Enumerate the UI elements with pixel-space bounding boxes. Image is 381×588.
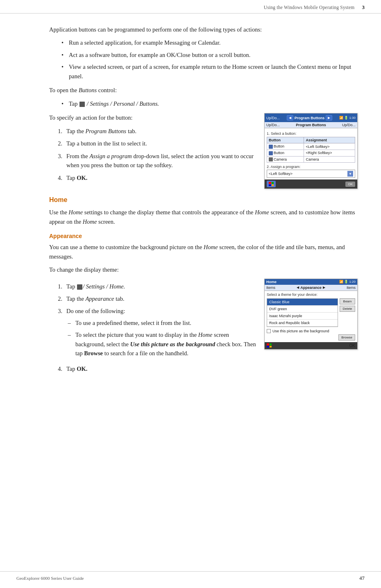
- home-screen: Home 📶 🔋 1:20 Items ◀ Appearance ▶ Items: [264, 279, 358, 350]
- intro-paragraph: Application buttons can be programmed to…: [49, 25, 358, 34]
- device-footer: OK: [265, 179, 357, 188]
- table-row: Camera Camera: [267, 156, 355, 163]
- home-tab-appearance: ◀ Appearance ▶: [297, 286, 325, 290]
- open-buttons-list: Tap / Settings / Personal / Buttons.: [61, 99, 358, 108]
- browse-button[interactable]: Browse: [338, 334, 355, 341]
- specify-action-text: To specify an action for the button: 1. …: [49, 113, 256, 187]
- header-chapter-num: 3: [362, 4, 365, 11]
- tab-arrow-right-icon[interactable]: ▶: [323, 286, 325, 289]
- buttons-device-screenshot: Up/Do... ◀ Program Buttons ▶ 📶 🔋 1:30 Up…: [264, 113, 358, 189]
- appearance-steps-list: 1. Tap / Settings / Home. 2. Tap the App…: [53, 282, 256, 374]
- list-item: 4. Tap OK.: [53, 364, 256, 373]
- list-item: – To select the picture that you want to…: [66, 330, 256, 358]
- table-header-assignment: Assignment: [304, 137, 355, 143]
- table-row: Button <Right Softkey>: [267, 150, 355, 156]
- camera-icon: [269, 157, 273, 161]
- home-checkbox-row: Use this picture as the background: [267, 329, 355, 333]
- device-body: 1. Select a button: Button Assignment Bu…: [265, 128, 357, 179]
- home-body: Select a theme for your device: Classic …: [265, 291, 357, 342]
- home-theme-list: Classic Blue DVF green Isaac Mizrahi pur…: [267, 298, 355, 327]
- list-item: 1. Tap / Settings / Home.: [53, 282, 256, 291]
- tab-left[interactable]: Up/Do...: [266, 123, 280, 127]
- background-checkbox[interactable]: [267, 329, 271, 333]
- home-footer: OK: [265, 342, 357, 349]
- beam-button[interactable]: Beam: [340, 298, 355, 304]
- page-header: Using the Windows Mobile Operating Syste…: [0, 0, 381, 14]
- home-status: 📶 🔋 1:20: [339, 280, 356, 284]
- specify-action-para: To specify an action for the button:: [49, 113, 256, 122]
- theme-item-classic-blue[interactable]: Classic Blue: [267, 299, 338, 306]
- page-footer: GeoExplorer 6000 Series User Guide 47: [0, 571, 381, 581]
- table-row: Button <Left Softkey>: [267, 143, 355, 150]
- arrow-right[interactable]: ▶: [326, 115, 332, 120]
- home-theme-label: Select a theme for your device:: [267, 293, 355, 297]
- windows-flag-icon: [269, 182, 274, 186]
- list-item: 1. Tap the Program Buttons tab.: [53, 127, 256, 136]
- table-header-button: Button: [267, 137, 304, 143]
- open-buttons-para: To open the Buttons control:: [49, 86, 358, 95]
- tab-center: Program Buttons: [296, 123, 326, 127]
- list-item: Act as a software button, for example an…: [61, 50, 358, 59]
- appearance-steps-section: 1. Tap / Settings / Home. 2. Tap the App…: [49, 279, 358, 379]
- arrow-left[interactable]: ◀: [287, 115, 293, 120]
- home-section-heading: Home: [49, 196, 358, 204]
- device-dropdown[interactable]: <Left Softkey> ▼: [267, 170, 355, 178]
- home-tab-items-right[interactable]: Items: [347, 286, 356, 290]
- ok-button[interactable]: OK: [345, 182, 355, 187]
- theme-item-isaac[interactable]: Isaac Mizrahi purple: [267, 313, 338, 320]
- buttons-steps-list: 1. Tap the Program Buttons tab. 2. Tap a…: [53, 127, 256, 182]
- delete-button[interactable]: Delete: [340, 306, 355, 312]
- footer-title: GeoExplorer 6000 Series User Guide: [16, 576, 84, 581]
- start-icon: [79, 102, 85, 107]
- blue-button-icon: [269, 145, 273, 149]
- blue-button-icon2: [269, 151, 273, 155]
- home-para: Use the Home settings to change the disp…: [49, 208, 358, 226]
- home-ok-button[interactable]: OK: [349, 343, 355, 348]
- list-item: 3. Do one of the following: – To use a p…: [53, 306, 256, 361]
- start-icon2: [77, 284, 82, 290]
- home-tabbar: Items ◀ Appearance ▶ Items: [265, 285, 357, 291]
- device-titlebar: Up/Do... ◀ Program Buttons ▶ 📶 🔋 1:30: [265, 114, 357, 122]
- tab-right[interactable]: Up/Do...: [342, 123, 356, 127]
- list-item: Tap / Settings / Personal / Buttons.: [61, 99, 358, 108]
- list-item: View a selected screen, or part of a scr…: [61, 62, 358, 81]
- home-theme-items: Classic Blue DVF green Isaac Mizrahi pur…: [267, 298, 338, 327]
- tab-arrow-left-icon[interactable]: ◀: [297, 286, 299, 289]
- home-windows-button[interactable]: [267, 343, 272, 347]
- list-item: 4. Tap OK.: [53, 173, 256, 182]
- home-theme-buttons: Beam Delete: [340, 298, 355, 327]
- titlebar-center: ◀ Program Buttons ▶: [285, 114, 334, 121]
- appearance-subheading: Appearance: [49, 233, 358, 239]
- list-item: Run a selected application, for example …: [61, 38, 358, 47]
- theme-item-rock[interactable]: Rock and Republic black: [267, 320, 338, 327]
- home-title-left: Home: [266, 280, 277, 284]
- windows-button[interactable]: [267, 181, 276, 187]
- device-label1: 1. Select a button:: [267, 132, 355, 136]
- list-item: 2. Tap a button in the list to select it…: [53, 139, 256, 148]
- appearance-sub-list: – To use a predefined theme, select it f…: [66, 318, 256, 358]
- bullet-list: Run a selected application, for example …: [61, 38, 358, 81]
- appearance-steps-text: 1. Tap / Settings / Home. 2. Tap the App…: [49, 279, 256, 379]
- header-chapter-title: Using the Windows Mobile Operating Syste…: [16, 5, 355, 10]
- page-content: Application buttons can be programmed to…: [0, 14, 381, 394]
- home-browse-row: Browse: [267, 334, 355, 341]
- home-device-screenshot: Home 📶 🔋 1:20 Items ◀ Appearance ▶ Items: [264, 279, 358, 350]
- appearance-para: You can use a theme to customize the bac…: [49, 243, 358, 261]
- dropdown-arrow-icon[interactable]: ▼: [347, 171, 353, 177]
- home-tab-items-left[interactable]: Items: [266, 286, 275, 290]
- home-tab-center-label: Appearance: [300, 286, 322, 290]
- specify-action-section: To specify an action for the button: 1. …: [49, 113, 358, 189]
- list-item: 3. From the Assign a program drop-down l…: [53, 152, 256, 170]
- list-item: 2. Tap the Appearance tab.: [53, 294, 256, 303]
- list-item: – To use a predefined theme, select it f…: [66, 318, 256, 327]
- theme-item-dvf-green[interactable]: DVF green: [267, 306, 338, 313]
- device-label2: 2. Assign a program:: [267, 165, 355, 169]
- buttons-screen: Up/Do... ◀ Program Buttons ▶ 📶 🔋 1:30 Up…: [264, 113, 358, 189]
- background-checkbox-label: Use this picture as the background: [272, 329, 329, 333]
- device-tabbar: Up/Do... Program Buttons Up/Do...: [265, 122, 357, 128]
- footer-page-num: 47: [359, 575, 365, 581]
- dropdown-value: <Left Softkey>: [269, 172, 293, 176]
- device-table: Button Assignment Button <Left Softkey> …: [267, 137, 355, 163]
- titlebar-title: Program Buttons: [295, 116, 325, 120]
- home-windows-flag-icon: [267, 343, 272, 347]
